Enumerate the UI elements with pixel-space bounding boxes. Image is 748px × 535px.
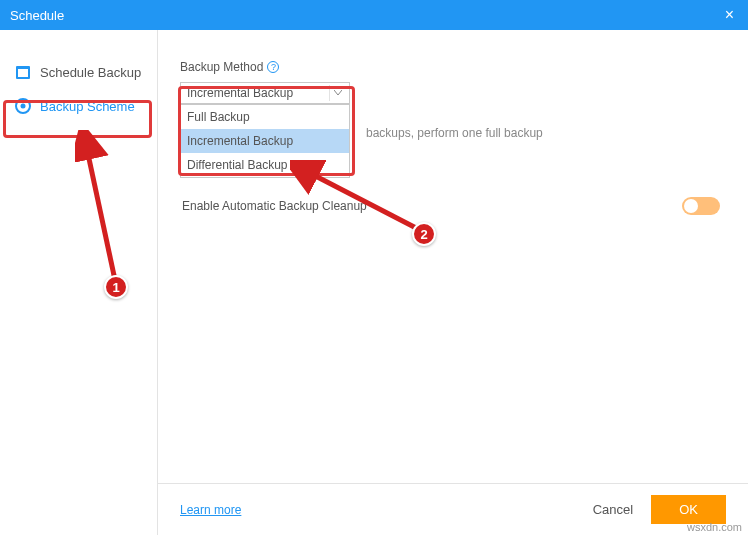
svg-point-3 xyxy=(21,104,26,109)
backup-method-dropdown: Full Backup Incremental Backup Different… xyxy=(180,104,350,178)
window-title: Schedule xyxy=(10,8,64,23)
gear-icon xyxy=(14,97,32,115)
select-box[interactable]: Incremental Backup xyxy=(180,82,350,104)
help-icon[interactable]: ? xyxy=(267,61,279,73)
main-panel: Backup Method ? Incremental Backup Full … xyxy=(158,30,748,535)
svg-rect-1 xyxy=(18,69,28,77)
option-full-backup[interactable]: Full Backup xyxy=(181,105,349,129)
footer: Learn more Cancel OK xyxy=(158,483,748,535)
cleanup-toggle[interactable] xyxy=(682,197,720,215)
sidebar-item-backup-scheme[interactable]: Backup Scheme xyxy=(0,89,157,123)
sidebar-item-label: Schedule Backup xyxy=(40,65,141,80)
backup-method-label: Backup Method xyxy=(180,60,263,74)
footer-buttons: Cancel OK xyxy=(593,495,726,524)
cleanup-row: Enable Automatic Backup Cleanup xyxy=(182,197,720,215)
learn-more-link[interactable]: Learn more xyxy=(180,503,241,517)
cleanup-label: Enable Automatic Backup Cleanup xyxy=(182,199,367,213)
chevron-down-icon xyxy=(329,85,345,101)
option-differential-backup[interactable]: Differential Backup xyxy=(181,153,349,177)
close-icon[interactable]: × xyxy=(721,6,738,24)
window-header: Schedule × xyxy=(0,0,748,30)
select-value: Incremental Backup xyxy=(187,86,293,100)
watermark: wsxdn.com xyxy=(687,521,742,533)
sidebar: Schedule Backup Backup Scheme xyxy=(0,30,158,535)
option-incremental-backup[interactable]: Incremental Backup xyxy=(181,129,349,153)
sidebar-item-schedule-backup[interactable]: Schedule Backup xyxy=(0,55,157,89)
annotation-badge-1: 1 xyxy=(104,275,128,299)
cancel-button[interactable]: Cancel xyxy=(593,502,633,517)
sidebar-item-label: Backup Scheme xyxy=(40,99,135,114)
ok-button[interactable]: OK xyxy=(651,495,726,524)
helper-text: backups, perform one full backup xyxy=(366,126,543,140)
calendar-icon xyxy=(14,63,32,81)
backup-method-label-row: Backup Method ? xyxy=(180,60,726,74)
backup-method-select[interactable]: Incremental Backup Full Backup Increment… xyxy=(180,82,350,104)
annotation-badge-2: 2 xyxy=(412,222,436,246)
